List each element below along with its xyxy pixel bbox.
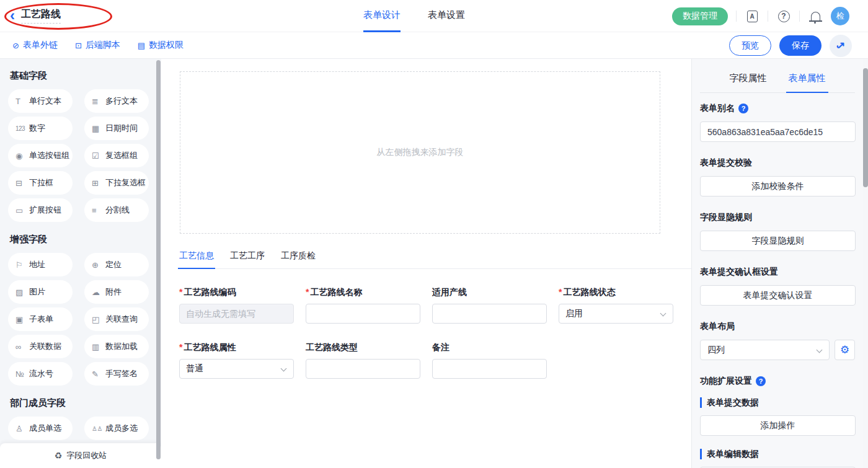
data-manage-button[interactable]: 数据管理 (672, 7, 728, 25)
form-row: 工艺路线编码 工艺路线名称 适用产线 工艺路线状态 启用 (179, 287, 691, 324)
recycle-icon: ♻ (55, 451, 63, 461)
section-enhanced-fields: 增强字段 (10, 234, 161, 245)
form-external-link[interactable]: ⊘ 表单外链 (12, 40, 58, 51)
form-alias-input[interactable] (700, 121, 856, 142)
add-validation-button[interactable]: 添加校验条件 (700, 176, 856, 196)
sidebar-item-dropdown[interactable]: ⊟ 下拉框 (8, 171, 73, 195)
sidebar-item-signature[interactable]: ✎ 手写签名 (84, 362, 149, 386)
remark-input[interactable] (432, 359, 547, 379)
sidebar-item-related-query[interactable]: ◰ 关联查询 (84, 307, 149, 331)
data-permission-link[interactable]: ▤ 数据权限 (138, 40, 184, 51)
field-visibility-button[interactable]: 字段显隐规则 (700, 231, 856, 251)
sidebar-item-data-load[interactable]: ▥ 数据加载 (84, 335, 149, 358)
page-scrollbar-thumb[interactable] (863, 68, 868, 187)
route-status-select[interactable]: 启用 (559, 304, 673, 324)
sidebar-item-extend-button[interactable]: ▭ 扩展按钮 (8, 198, 73, 222)
route-code-input[interactable] (179, 304, 294, 324)
sidebar-scrollbar[interactable] (156, 60, 161, 459)
sidebar-item-number[interactable]: 123 数字 (8, 117, 73, 140)
tab-form-props[interactable]: 表单属性 (786, 68, 828, 93)
multi-line-text-icon: ≣ (92, 97, 105, 106)
field-dropzone[interactable]: 从左侧拖拽来添加字段 (180, 71, 660, 234)
field-product-line: 适用产线 (432, 287, 547, 324)
signature-icon: ✎ (92, 369, 105, 379)
save-button[interactable]: 保存 (779, 35, 822, 56)
sidebar-item-divider-line[interactable]: ≡ 分割线 (84, 198, 149, 222)
route-attr-select[interactable]: 普通 (179, 359, 294, 379)
chevron-down-icon (817, 347, 823, 353)
tab-form-design[interactable]: 表单设计 (363, 0, 401, 32)
sidebar-item-serial-number[interactable]: № 流水号 (8, 362, 73, 386)
canvas-tabs: 工艺信息 工艺工序 工序质检 (178, 250, 691, 269)
image-icon: ▨ (16, 288, 29, 297)
sidebar-item-multi-line-text[interactable]: ≣ 多行文本 (84, 89, 149, 113)
sidebar-item-attachment[interactable]: ☁ 附件 (84, 280, 149, 304)
field-palette-sidebar: 基础字段 T 单行文本 ≣ 多行文本 123 数字 ▦ 日期时间 ◉ 单选按钮组… (0, 59, 161, 468)
sidebar-item-single-line-text[interactable]: T 单行文本 (8, 89, 73, 113)
page-scrollbar[interactable] (863, 59, 868, 468)
tab-process-steps[interactable]: 工艺工序 (229, 250, 266, 269)
top-header: ‹ 工艺路线 表单设计 表单设置 数据管理 A ? 检 (0, 0, 868, 32)
form-alias-group: 表单别名 ? (700, 103, 855, 142)
add-operation-submit-button[interactable]: 添加操作 (700, 415, 856, 436)
field-route-code: 工艺路线编码 (179, 287, 294, 324)
backend-script-link[interactable]: ⊡ 后端脚本 (75, 40, 120, 51)
share-button[interactable]: ↪ (830, 35, 852, 57)
field-route-type: 工艺路线类型 (306, 342, 420, 379)
field-route-status: 工艺路线状态 启用 (559, 287, 673, 324)
submit-validation-group: 表单提交校验 添加校验条件 (700, 157, 855, 196)
sidebar-item-image[interactable]: ▨ 图片 (8, 280, 73, 304)
form-layout-select[interactable]: 四列 (700, 340, 830, 360)
toolbar-right-cluster: 预览 保存 ↪ (729, 32, 868, 59)
route-type-input[interactable] (306, 359, 420, 379)
member-single-icon: ♙ (16, 424, 29, 433)
checkbox-group-icon: ☑ (92, 151, 105, 161)
submit-data-subtitle: 表单提交数据 (700, 397, 855, 408)
radio-group-icon: ◉ (16, 151, 29, 161)
panel-tabs: 字段属性 表单属性 (700, 68, 855, 93)
field-recycle-bin[interactable]: ♻ 字段回收站 (0, 443, 161, 468)
route-name-input[interactable] (306, 304, 420, 324)
help-icon[interactable]: ? (738, 104, 748, 113)
form-row: 工艺路线属性 普通 工艺路线类型 备注 (179, 342, 691, 379)
back-icon[interactable]: ‹ (10, 8, 15, 23)
tab-process-info[interactable]: 工艺信息 (178, 250, 215, 269)
submit-confirm-group: 表单提交确认框设置 表单提交确认设置 (700, 267, 855, 306)
subform-icon: ▣ (16, 315, 29, 324)
avatar[interactable]: 检 (831, 7, 849, 25)
submit-confirm-button[interactable]: 表单提交确认设置 (700, 285, 856, 306)
address-book-icon[interactable]: A (745, 9, 760, 24)
extension-settings-group: 功能扩展设置 ? 表单提交数据 添加操作 表单编辑数据 添加操作 (700, 376, 855, 468)
preview-button[interactable]: 预览 (729, 35, 771, 56)
layout-settings-gear-button[interactable]: ⚙ (835, 340, 855, 360)
form-toolbar: ⊘ 表单外链 ⊡ 后端脚本 ▤ 数据权限 预览 保存 ↪ (0, 32, 868, 59)
tab-form-settings[interactable]: 表单设置 (428, 0, 465, 32)
bell-icon[interactable] (808, 9, 823, 24)
tab-field-props[interactable]: 字段属性 (727, 68, 769, 93)
app-body: 基础字段 T 单行文本 ≣ 多行文本 123 数字 ▦ 日期时间 ◉ 单选按钮组… (0, 59, 868, 468)
sidebar-item-subform[interactable]: ▣ 子表单 (8, 307, 73, 331)
sidebar-item-datetime[interactable]: ▦ 日期时间 (84, 117, 149, 140)
link-icon: ⊘ (12, 41, 19, 50)
header-tabs: 表单设计 表单设置 (363, 0, 465, 32)
sidebar-item-related-data[interactable]: ∞ 关联数据 (8, 335, 73, 358)
sidebar-item-member-multi[interactable]: ♙♙ 成员多选 (84, 417, 149, 440)
permission-icon: ▤ (138, 41, 145, 50)
tab-step-inspection[interactable]: 工序质检 (280, 250, 317, 269)
help-icon[interactable]: ? (776, 9, 791, 24)
sidebar-item-address[interactable]: ⚐ 地址 (8, 253, 73, 276)
sidebar-item-radio-group[interactable]: ◉ 单选按钮组 (8, 144, 73, 167)
sidebar-item-checkbox-group[interactable]: ☑ 复选框组 (84, 144, 149, 167)
help-icon[interactable]: ? (756, 376, 766, 386)
sidebar-item-location[interactable]: ⊕ 定位 (84, 253, 149, 276)
sidebar-item-member-single[interactable]: ♙ 成员单选 (8, 417, 73, 440)
enhanced-fields-grid: ⚐ 地址 ⊕ 定位 ▨ 图片 ☁ 附件 ▣ 子表单 ◰ 关联查询 ∞ 关联数据 (8, 253, 161, 386)
edit-data-subtitle: 表单编辑数据 (700, 449, 855, 459)
form-fields-area: 工艺路线编码 工艺路线名称 适用产线 工艺路线状态 启用 (161, 269, 691, 379)
basic-fields-grid: T 单行文本 ≣ 多行文本 123 数字 ▦ 日期时间 ◉ 单选按钮组 ☑ 复选… (8, 89, 161, 222)
product-line-input[interactable] (432, 304, 547, 324)
number-icon: 123 (16, 125, 29, 132)
header-right-cluster: 数据管理 A ? 检 (672, 0, 868, 32)
related-query-icon: ◰ (92, 315, 105, 324)
sidebar-item-multi-dropdown[interactable]: ⊞ 下拉复选框 (84, 171, 149, 195)
